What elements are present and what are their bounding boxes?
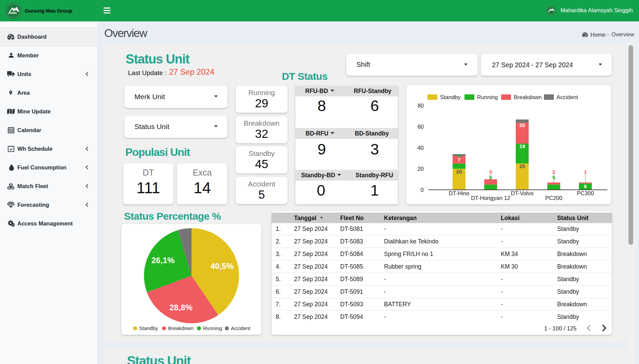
svg-text:DT-Hino: DT-Hino bbox=[449, 190, 470, 196]
svg-text:PC200: PC200 bbox=[545, 195, 562, 201]
svg-text:6: 6 bbox=[584, 183, 587, 189]
svg-text:Standby: Standby bbox=[139, 325, 158, 331]
svg-text:40: 40 bbox=[418, 145, 424, 151]
svg-text:26,1%: 26,1% bbox=[151, 256, 175, 265]
svg-text:PC300: PC300 bbox=[577, 190, 594, 196]
svg-text:Running: Running bbox=[477, 94, 498, 100]
svg-text:2: 2 bbox=[552, 169, 555, 175]
svg-text:20: 20 bbox=[418, 166, 424, 172]
svg-text:20: 20 bbox=[456, 169, 462, 175]
svg-text:60: 60 bbox=[418, 124, 424, 130]
svg-text:5: 5 bbox=[552, 175, 555, 180]
svg-text:80: 80 bbox=[418, 103, 424, 109]
svg-text:19: 19 bbox=[519, 143, 525, 149]
svg-text:20: 20 bbox=[519, 122, 525, 128]
svg-text:GMG: GMG bbox=[10, 11, 17, 15]
svg-text:Breakdown: Breakdown bbox=[514, 94, 542, 100]
svg-text:DT-Volvo: DT-Volvo bbox=[511, 190, 534, 196]
svg-text:28,8%: 28,8% bbox=[169, 303, 193, 312]
svg-text:5: 5 bbox=[458, 153, 461, 159]
svg-text:Breakdown: Breakdown bbox=[168, 325, 194, 331]
svg-text:5: 5 bbox=[489, 169, 492, 175]
svg-text:0: 0 bbox=[421, 187, 424, 193]
svg-text:25: 25 bbox=[519, 163, 525, 169]
svg-text:1: 1 bbox=[584, 169, 587, 175]
svg-text:5: 5 bbox=[489, 175, 492, 180]
svg-text:Accident: Accident bbox=[556, 94, 578, 100]
svg-text:40,5%: 40,5% bbox=[211, 261, 234, 271]
svg-text:Accident: Accident bbox=[231, 325, 251, 331]
svg-text:Standby: Standby bbox=[440, 94, 461, 100]
svg-text:DT-Hongyan 12: DT-Hongyan 12 bbox=[471, 195, 510, 201]
svg-text:Running: Running bbox=[203, 325, 222, 331]
